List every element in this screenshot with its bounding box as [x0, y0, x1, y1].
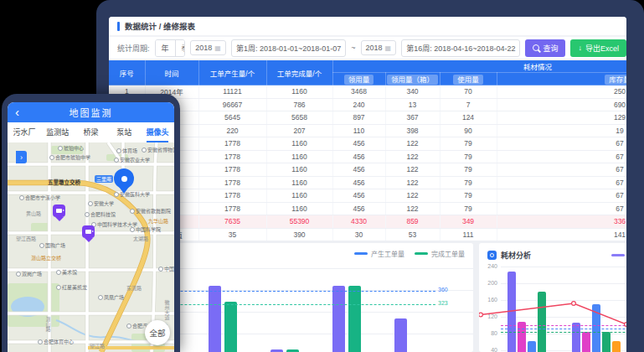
query-button[interactable]: 查询: [525, 39, 565, 57]
average-cell: 390: [266, 228, 332, 241]
phone-header: ‹ 地图监测: [8, 102, 174, 122]
bar: [394, 318, 407, 352]
table-cell: 456: [332, 189, 385, 203]
phone-tab-摄像头[interactable]: 摄像头: [141, 122, 174, 142]
bar: [348, 286, 361, 352]
table-cell: 786: [266, 98, 332, 111]
period-option[interactable]: 年: [156, 40, 176, 56]
legend-dash: [415, 252, 428, 255]
table-row: 7177811604561227967: [109, 163, 626, 177]
range-separator: ~: [351, 44, 355, 52]
start-week-value: 第1周: 2018-01-01~2018-01-07: [236, 43, 341, 54]
legend-dash: [354, 252, 368, 255]
table-cell: 5658: [266, 111, 332, 125]
table-cell: 1778: [198, 176, 266, 189]
table-row: 10177811604561227967: [109, 202, 626, 215]
calendar-icon: ▦: [385, 44, 392, 52]
sub-column-header: 领用量（箱）: [385, 73, 440, 85]
total-cell: 4330: [332, 215, 385, 229]
table-cell: 79: [440, 150, 497, 163]
reference-line-label: 323: [438, 300, 448, 306]
table-cell: 122: [385, 189, 440, 203]
query-button-label: 查询: [543, 43, 558, 54]
table-cell: 1778: [198, 163, 266, 177]
back-icon[interactable]: ‹: [15, 104, 19, 121]
table-cell: 122: [385, 150, 440, 163]
download-icon: ↓: [578, 44, 582, 52]
breadcrumb-accent: [117, 22, 120, 31]
phone-tab-监测站[interactable]: 监测站: [41, 122, 75, 142]
average-cell: 111: [440, 228, 497, 241]
table-cell: 1160: [266, 137, 332, 151]
period-option[interactable]: 季: [176, 40, 186, 56]
table-cell: 122: [385, 163, 440, 177]
phone-tab-桥梁[interactable]: 桥梁: [75, 122, 108, 142]
phone-tab-污水厂[interactable]: 污水厂: [8, 122, 41, 142]
table-cell: 250: [497, 85, 626, 99]
consumables-chart-card: 耗材分析 2402001601208040: [479, 243, 626, 352]
report-table: 序号时间工单产生量/个工单完成量/个耗材情况领用量领用量（箱）使用量库存量120…: [109, 60, 626, 241]
consumables-chart-title-row: 耗材分析: [487, 250, 531, 261]
group-header: 耗材情况: [332, 60, 626, 73]
average-cell: 35: [198, 228, 266, 241]
sub-column-pill: 库存量: [605, 75, 626, 85]
table-cell: 96667: [198, 98, 266, 111]
workorder-chart-legend[interactable]: 产生工单量完成工单量: [354, 249, 465, 258]
camera-icon: [56, 209, 62, 213]
column-header: 工单完成量/个: [266, 60, 332, 85]
legend-label: 完成工单量: [431, 249, 465, 258]
table-cell: 122: [385, 202, 440, 215]
table-cell: 207: [266, 124, 332, 137]
table-row: 8177811604561227967: [109, 176, 626, 189]
end-week-input[interactable]: 第16周: 2018-04-16~2018-04-22: [401, 39, 520, 57]
table-cell: 122: [385, 137, 440, 151]
table-cell: 340: [385, 85, 440, 99]
map[interactable]: 琥珀中心合肥市琥珀中学体育场安徽农业大学安徽省博物馆三里庵五里墩立交桥安徽医科大…: [8, 142, 174, 352]
camera-pin[interactable]: [82, 225, 95, 238]
period-label: 统计周期:: [117, 43, 150, 54]
consumables-chart-legend-dash[interactable]: [611, 254, 625, 256]
consumables-chart-icon: [487, 251, 497, 260]
dashboard-screen: 数据统计 / 维修报表 统计周期: 年季月周日 2018 ▦ 第1周: 2018…: [109, 17, 626, 352]
table-cell: 67: [497, 176, 626, 189]
table-cell: 90: [440, 124, 497, 137]
sub-column-header: 库存量: [497, 73, 626, 85]
total-cell: 336: [497, 215, 626, 229]
total-cell: 7635: [198, 215, 266, 229]
average-cell: 53: [385, 228, 440, 241]
camera-pin[interactable]: [53, 204, 65, 217]
end-year-select[interactable]: 2018 ▦: [361, 40, 397, 55]
table-cell: 1160: [266, 163, 332, 177]
table-cell: 220: [198, 124, 266, 137]
total-row: 合计7635553904330859349336: [109, 215, 626, 229]
start-week-input[interactable]: 第1周: 2018-01-01~2018-01-07: [231, 39, 346, 57]
panel-expand-button[interactable]: ›: [16, 151, 27, 163]
phone-screen: ‹ 地图监测 污水厂监测站桥梁泵站摄像头: [8, 102, 174, 352]
start-year-select[interactable]: 2018 ▦: [190, 40, 226, 55]
selected-camera-pin-tail: [119, 187, 129, 194]
legend-item[interactable]: 产生工单量: [354, 249, 404, 258]
table-cell: 79: [440, 176, 497, 189]
phone-tab-泵站[interactable]: 泵站: [107, 122, 141, 142]
table-cell: 67: [497, 163, 626, 177]
table-cell: 367: [385, 111, 440, 125]
table-row: 5177811604561227967: [109, 137, 626, 151]
sub-column-header: 使用量: [440, 73, 497, 85]
table-cell: 124: [440, 111, 497, 125]
legend-item[interactable]: 完成工单量: [415, 249, 465, 258]
table-cell: 1778: [198, 189, 266, 203]
bar: [332, 286, 345, 352]
period-segmented-control[interactable]: 年季月周日: [155, 39, 186, 57]
table-cell: 19: [497, 124, 626, 137]
filter-bar: 统计周期: 年季月周日 2018 ▦ 第1周: 2018-01-01~2018-…: [109, 37, 626, 59]
table-cell: 456: [332, 163, 385, 177]
export-excel-button[interactable]: ↓ 导出Excel: [570, 39, 626, 57]
all-button[interactable]: 全部: [145, 320, 170, 345]
selected-camera-pin[interactable]: [114, 168, 134, 189]
table-cell: 5645: [198, 111, 266, 125]
table-cell: 1778: [198, 202, 266, 215]
table-cell: 70: [440, 85, 497, 99]
reference-line-label: 360: [438, 287, 448, 292]
bar: [209, 286, 221, 352]
table-row: 9177811604561227967: [109, 189, 626, 203]
